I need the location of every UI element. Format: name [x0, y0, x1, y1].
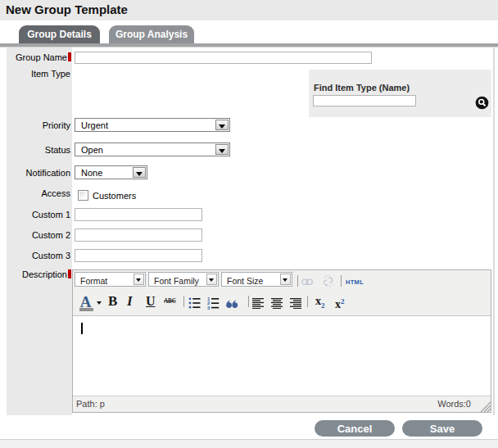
- svg-text:3: 3: [207, 305, 211, 310]
